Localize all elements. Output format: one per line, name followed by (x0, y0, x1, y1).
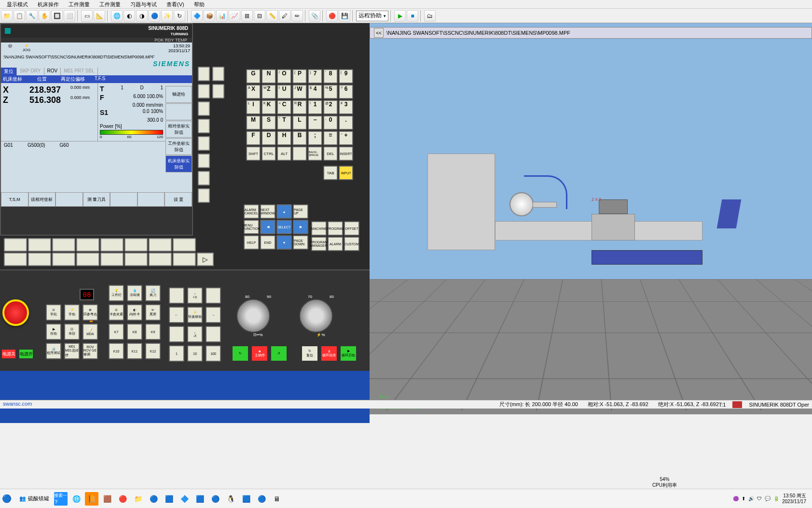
mcp-intext[interactable]: ◐内/外卡 (127, 304, 142, 321)
side-btn-8[interactable] (198, 188, 210, 203)
side-btn-7[interactable] (198, 171, 210, 185)
mcp-rapid[interactable]: ⚡快速移动 (187, 307, 203, 323)
nav-alarm-cancel[interactable]: ALARM CANCEL (244, 204, 259, 219)
tool-btn-10[interactable]: ◐ (124, 10, 135, 22)
power-on-btn[interactable]: 电源开 (18, 349, 34, 359)
tool-btn-18[interactable]: 📈 (229, 10, 240, 22)
menu-machine[interactable]: 机床操作 (33, 0, 64, 8)
mcp-inc10[interactable]: 10 (187, 345, 203, 362)
nav-progmgr[interactable]: PROGRAM MANAGER (311, 237, 327, 251)
softkey-measure[interactable]: 测 量刀具 (83, 192, 110, 207)
taskbar-app9[interactable]: 🟦 (239, 492, 253, 506)
key-3[interactable]: #3 (339, 100, 353, 114)
start-button[interactable]: 🔵 (2, 494, 12, 504)
key-k[interactable]: KK (261, 100, 276, 114)
mcp-handwheel[interactable]: ⊙手轮 (46, 304, 61, 321)
key-d[interactable]: D (261, 131, 276, 145)
mcp-k10[interactable]: K10 (109, 343, 124, 359)
nav-page-up[interactable]: PAGE UP (293, 204, 308, 219)
key-insert[interactable]: INSERT (339, 146, 353, 161)
hwsk-b7[interactable] (149, 253, 172, 266)
mcp-ref[interactable]: ⊕回参考点 (83, 304, 98, 321)
nav-custom[interactable]: CUSTOM (344, 237, 359, 251)
softkey-next[interactable]: ▷ (197, 253, 214, 266)
side-btn-2[interactable] (198, 84, 210, 99)
tool-btn-22[interactable]: 🖊 (279, 10, 290, 22)
softkey-3[interactable] (55, 192, 83, 207)
hwsk-7[interactable] (149, 238, 172, 252)
taskbar-record[interactable]: 🔴 (116, 492, 129, 506)
side-btn-b2[interactable] (212, 84, 224, 99)
mcp-rov[interactable]: ROVROV G0修调 (83, 343, 98, 359)
key-g[interactable]: G (246, 69, 261, 84)
key-2[interactable]: @2 (323, 100, 338, 114)
tool-btn-2[interactable]: 📋 (14, 10, 25, 22)
mcp-inc100[interactable]: 100 (206, 345, 221, 362)
tool-btn-20[interactable]: ⊟ (254, 10, 265, 22)
key-9[interactable]: |9 (339, 69, 353, 84)
mcp-test[interactable]: 🔬程序测试 (46, 343, 61, 359)
tray-icon-6[interactable]: 🔋 (773, 496, 779, 501)
tool-btn-26[interactable]: 💾 (339, 10, 350, 22)
nav-select[interactable]: SELECT (276, 220, 292, 234)
tool-btn-5[interactable]: 🔲 (51, 10, 63, 22)
mcp-k11[interactable]: K11 (127, 343, 142, 359)
taskbar-app11[interactable]: 🖥 (270, 492, 284, 506)
tool-btn-6[interactable]: ⬜ (64, 10, 75, 22)
key-8[interactable]: '8 (323, 69, 338, 84)
softkey-r-2[interactable] (165, 103, 192, 120)
key-n[interactable]: N (261, 69, 276, 84)
key-1[interactable]: !1 (308, 100, 322, 114)
feed-hold[interactable]: ⏸循环保持 (320, 345, 338, 362)
softkey-r-mcs[interactable]: 机床坐标实际值 (165, 155, 192, 172)
tool-btn-21[interactable]: 📏 (266, 10, 278, 22)
key-6[interactable]: ?6 (339, 85, 353, 99)
hwsk-3[interactable] (52, 238, 75, 252)
side-btn-1[interactable] (198, 67, 210, 81)
mcp-plus-x[interactable]: ↑+X (187, 287, 203, 304)
nav-left[interactable]: ◀ (260, 220, 275, 234)
cycle-start[interactable]: ▶循环启动 (340, 345, 357, 362)
mcp-inc1[interactable]: 1 (169, 345, 184, 362)
mcp-blank1[interactable] (169, 287, 184, 304)
tool-btn-23[interactable]: ✏ (291, 10, 303, 22)
menu-workpiece[interactable]: 工件测量 (64, 0, 95, 8)
softkey-setrel[interactable]: 设相对坐标 (28, 192, 56, 207)
hwsk-5[interactable] (100, 238, 124, 252)
spindle-override-dial[interactable] (236, 299, 270, 333)
tool-btn-4[interactable]: ✋ (39, 10, 50, 22)
taskbar-app8[interactable]: 🐧 (224, 492, 237, 506)
menu-measure[interactable]: 工件测量 (95, 0, 125, 8)
menu-help[interactable]: 帮助 (189, 0, 209, 8)
key-s[interactable]: S (261, 115, 276, 130)
mcp-light[interactable]: 💡工作灯 (109, 285, 124, 301)
taskbar-app4[interactable]: 🟦 (162, 492, 176, 506)
hwsk-b4[interactable] (76, 253, 99, 266)
tray-icon-1[interactable]: 🟣 (733, 496, 739, 501)
mcp-m01[interactable]: M01M01选择停 (64, 343, 80, 359)
mcp-blank2[interactable] (206, 287, 221, 304)
taskbar-search[interactable]: 搜索一下 (54, 492, 68, 506)
key-o[interactable]: /O (277, 69, 291, 84)
hwsk-6[interactable] (124, 238, 148, 252)
key-t[interactable]: "T (277, 115, 291, 130)
play-btn[interactable]: ▶ (394, 10, 406, 22)
stop-btn[interactable]: ■ (407, 10, 418, 22)
taskbar-doc[interactable]: 👥 硫酸镁罐 (15, 493, 53, 504)
hwsk-b5[interactable] (100, 253, 124, 266)
nav-right[interactable]: ▶ (293, 220, 308, 234)
remote-assist-combo[interactable]: 远程协助 (356, 11, 388, 21)
tray-icon-3[interactable]: 🔊 (748, 496, 754, 501)
tray-icon-2[interactable]: ⬆ (742, 496, 745, 501)
mcp-single[interactable]: ⊡单段 (64, 324, 80, 340)
side-btn-4[interactable] (198, 119, 210, 133)
tool-btn-19[interactable]: ⊞ (241, 10, 253, 22)
hwsk-b8[interactable] (173, 253, 196, 266)
softkey-5[interactable] (110, 192, 138, 207)
tool-btn-1[interactable]: 📁 (1, 10, 13, 22)
tool-btn-15[interactable]: 🔷 (191, 10, 203, 22)
mcp-tailstock[interactable]: ⊳尾座 (145, 304, 161, 321)
key-semi[interactable]: ; (308, 131, 322, 145)
softkey-r-rel[interactable]: 相对坐标实际值 (165, 121, 192, 138)
nav-alarm[interactable]: ALARM (328, 237, 343, 251)
